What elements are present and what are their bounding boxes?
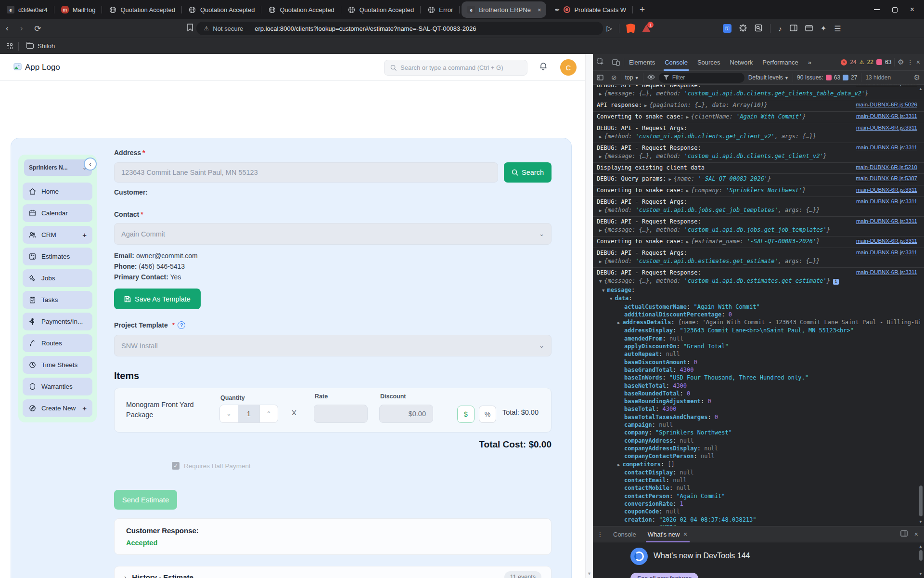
address-input[interactable]: 123643 Commit Lane Saint Paul, MN 55123 [114,162,498,183]
stepper-up-icon[interactable]: ⌃ [260,405,278,422]
discount-percent-button[interactable]: % [479,406,496,423]
sidebar-item-create-new[interactable]: Create New+ [23,399,92,417]
console-sidebar-icon[interactable] [593,75,607,80]
log-levels-select[interactable]: Default levels ▼ [748,74,789,81]
help-icon[interactable]: ? [178,321,185,329]
company-select[interactable]: Sprinklers N... ⌄ [24,159,92,176]
scroll-down-arrow-icon[interactable]: ▼ [919,572,923,576]
sidebar-item-home[interactable]: Home [23,183,92,200]
browser-menu-icon[interactable]: ☰ [834,24,841,33]
collapse-icon[interactable]: ▼ [602,288,604,293]
discount-dollar-button[interactable]: $ [457,406,475,423]
sidebar-item-payments-in[interactable]: Payments/In... [23,313,92,330]
sidebar-collapse-button[interactable]: ‹ [84,158,97,171]
drawer-scrollbar[interactable]: ▲ ▼ [918,544,924,576]
console-settings-icon[interactable]: ⚙ [914,73,924,82]
sidebar-item-jobs[interactable]: Jobs [23,269,92,287]
wallet-icon[interactable] [805,25,813,33]
devtools-tab-elements[interactable]: Elements [624,54,660,71]
console-source-link[interactable]: main-DUBNX-6R.js:3311 [856,125,917,131]
more-tabs-icon[interactable]: » [803,54,816,71]
new-tab-button[interactable]: + [633,4,652,15]
drawer-close-icon[interactable]: × [914,530,918,538]
inspect-element-icon[interactable] [593,58,608,66]
expand-icon[interactable]: ▶ [686,188,689,193]
expand-icon[interactable]: ▶ [686,115,689,119]
expand-icon[interactable]: ▶ [617,320,620,325]
reader-extension-icon[interactable] [755,24,762,33]
issues-icon[interactable] [876,59,882,65]
password-extension-icon[interactable]: ⚿ [723,24,732,33]
save-as-template-button[interactable]: Save As Template [114,289,201,309]
reload-icon[interactable]: ⟳ [28,24,47,34]
expand-icon[interactable]: ▶ [599,259,602,264]
address-bar[interactable]: ⚠ Not secure erp.local:8000/clients?look… [196,22,603,35]
page-scrollbar[interactable]: ▼ [585,54,593,578]
side-panel-icon[interactable] [790,25,797,33]
browser-tab[interactable]: Quotation Accepted [102,0,181,19]
console-source-link[interactable]: main-DUBNX-6R.js:5210 [856,164,917,170]
eye-icon[interactable] [647,74,655,81]
plus-icon[interactable]: + [82,231,87,239]
scroll-up-arrow-icon[interactable]: ▲ [919,544,923,549]
expand-icon[interactable]: ▶ [644,103,647,108]
error-icon[interactable]: × [841,59,847,66]
stepper-down-icon[interactable]: ⌄ [220,405,238,422]
sidebar-item-estimates[interactable]: Estimates [23,248,92,265]
quantity-stepper[interactable]: ⌄ 1 ⌃ [219,405,278,423]
drawer-tab-console[interactable]: Console [607,526,642,542]
console-source-link[interactable]: main-DUBNX-6R.js:3311 [856,238,917,244]
app-logo[interactable]: App Logo [13,63,60,72]
console-source-link[interactable]: main-DUBNX-6R.js:3311 [856,198,917,204]
console-scrollbar[interactable]: ▲ ▼ [918,86,924,525]
console-source-link[interactable]: main-DUBNX-6R.js:3311 [856,250,917,255]
maximize-icon[interactable] [892,7,898,13]
collapse-icon[interactable]: ▼ [599,279,602,284]
history-accordion[interactable]: › History - Estimate 11 events [114,566,552,578]
expand-icon[interactable]: ▶ [669,177,671,182]
context-selector[interactable]: top ▼ [625,74,639,81]
user-avatar[interactable]: C [560,59,577,76]
global-search-input[interactable]: Search or type a command (Ctrl + G) [384,60,527,76]
warning-icon[interactable]: ⚠ [860,59,864,66]
console-source-link[interactable]: main-DUBNX-6R.js:5026 [856,102,917,107]
project-template-select[interactable]: SNW Install ⌄ [114,335,552,356]
devtools-settings-icon[interactable]: ⚙ [898,58,904,66]
back-icon[interactable]: ‹ [0,24,14,33]
scroll-down-arrow-icon[interactable]: ▼ [919,520,923,524]
bookmark-icon[interactable] [187,24,193,33]
expand-icon[interactable]: ▶ [599,134,602,139]
sidebar-item-warranties[interactable]: Warranties [23,378,92,395]
contact-select[interactable]: Again Commit ⌄ [114,223,552,245]
leo-ai-icon[interactable]: ✦ [821,24,827,33]
bookmark-folder-label[interactable]: Shiloh [38,42,55,50]
see-all-features-button[interactable]: See all new features [630,573,698,578]
drawer-scrollbar-thumb[interactable] [919,550,923,561]
devtools-tab-performance[interactable]: Performance [757,54,803,71]
vpn-badge-icon[interactable]: 1 [642,25,651,32]
devtools-tab-console[interactable]: Console [660,54,693,71]
issues-summary[interactable]: 90 Issues: 63 27 [797,74,857,81]
browser-tab[interactable]: mMailHog [54,0,103,19]
extension-icon[interactable] [739,24,747,33]
sidebar-item-calendar[interactable]: Calendar [23,204,92,222]
console-filter-input[interactable]: Filter [659,73,744,83]
browser-tab[interactable]: Quotation Accepted [261,0,341,19]
devtools-tab-network[interactable]: Network [725,54,758,71]
console-source-link[interactable]: main-DUBNX-6R.js:3311 [856,218,917,224]
expand-icon[interactable]: ▶ [599,228,602,233]
device-toolbar-icon[interactable] [608,59,624,66]
expand-icon[interactable]: ▶ [599,92,602,96]
console-source-link[interactable]: main-DUBNX-6R.js:3311 [856,113,917,119]
console-source-link[interactable]: main-DUBNX-6R.js:3311 [856,269,917,275]
devtools-menu-icon[interactable]: ⋮ [907,59,913,66]
browser-tab[interactable]: Quotation Accepted [341,0,421,19]
tab-close-icon[interactable]: × [538,6,541,13]
expand-icon[interactable]: ▶ [599,154,602,159]
console-source-link[interactable]: main-DUBNX-6R.js:3311 [856,187,917,193]
browser-tab[interactable]: ed3i9ei0ar4 [0,0,54,19]
share-icon[interactable]: ▷ [607,24,613,33]
notifications-bell-icon[interactable] [539,62,548,73]
media-control-icon[interactable]: ♪ [778,25,782,33]
collapse-icon[interactable]: ▼ [610,296,612,301]
